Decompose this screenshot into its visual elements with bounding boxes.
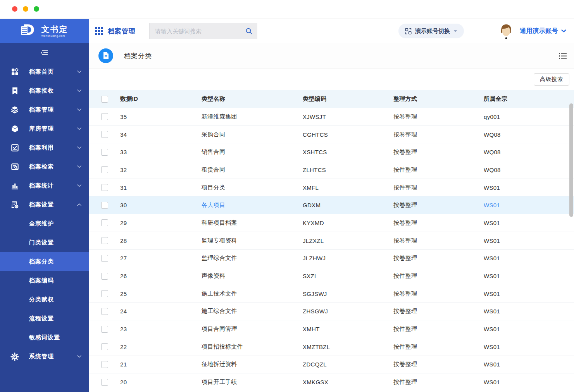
row-checkbox-cell <box>89 379 120 386</box>
fonds-link[interactable]: WS01 <box>484 202 574 208</box>
fonds: WS01 <box>484 184 574 191</box>
row-checkbox[interactable] <box>101 184 108 191</box>
row-checkbox-cell <box>89 326 120 333</box>
type-code: CGHTCS <box>303 131 393 138</box>
table-row[interactable]: 32租赁合同ZLHTCS按件整理WQ08 <box>89 161 574 179</box>
type-code: SXZL <box>303 273 393 279</box>
table-row[interactable]: 24施工综合文件ZHSGWJ按卷整理WS01 <box>89 303 574 321</box>
type-name: 新疆维森集团 <box>202 113 303 120</box>
sidebar-item[interactable]: 档案设置 <box>0 195 89 214</box>
account-menu[interactable]: 通用演示账号 <box>520 27 566 35</box>
checklist-icon <box>10 144 19 152</box>
type-name: 监理专项资料 <box>202 237 303 244</box>
sidebar-nav: 档案首页档案接收档案管理库房管理档案利用档案检索档案统计档案设置全宗维护门类设置… <box>0 62 89 366</box>
account-switch-icon <box>405 28 412 34</box>
row-checkbox[interactable] <box>101 255 108 262</box>
table-row[interactable]: 33销售合同XSHTCS按卷整理WQ08 <box>89 143 574 161</box>
row-checkbox[interactable] <box>101 202 108 209</box>
table-row[interactable]: 23项目合同管理XMHT按件整理WS01 <box>89 320 574 338</box>
table-row[interactable]: 25施工技术文件SGJSWJ按卷整理WS01 <box>89 285 574 303</box>
row-id: 24 <box>120 308 202 315</box>
list-view-button[interactable] <box>558 52 574 60</box>
row-checkbox[interactable] <box>101 273 108 280</box>
table-row[interactable]: 22项目招投标文件XMZTBZL按件整理WS01 <box>89 338 574 356</box>
table-row[interactable]: 31项目分类XMFL按件整理WS01 <box>89 179 574 197</box>
row-checkbox-cell <box>89 290 120 297</box>
demo-account-switch-button[interactable]: 演示账号切换 <box>398 24 464 38</box>
window-zoom-button[interactable] <box>34 6 39 12</box>
main-content: 高级搜索 数据ID类型名称类型编码整理方式所属全宗 35新疆维森集团XJWSJT… <box>89 69 574 392</box>
window-close-button[interactable] <box>12 6 17 12</box>
sidebar-subitem[interactable]: 门类设置 <box>0 233 89 252</box>
row-checkbox[interactable] <box>101 343 108 350</box>
select-all-checkbox[interactable] <box>101 96 108 103</box>
home-grid-icon <box>10 68 19 76</box>
sidebar-subitem[interactable]: 全宗维护 <box>0 214 89 233</box>
row-checkbox[interactable] <box>101 219 108 226</box>
sidebar-item[interactable]: 库房管理 <box>0 119 89 138</box>
fonds: WQ08 <box>484 167 574 173</box>
table-row[interactable]: 29科研项目档案KYXMD按卷整理WS01 <box>89 214 574 232</box>
sidebar-subitem[interactable]: 分类赋权 <box>0 290 89 309</box>
row-checkbox[interactable] <box>101 131 108 138</box>
gear-icon <box>10 352 19 361</box>
chevron-down-icon <box>77 70 81 73</box>
row-checkbox[interactable] <box>101 113 108 120</box>
type-code: JLZHWJ <box>303 255 393 261</box>
chevron-down-icon <box>77 127 81 130</box>
type-name-link[interactable]: 各大项目 <box>202 201 303 209</box>
column-header: 数据ID <box>120 95 202 103</box>
sidebar-fold-button[interactable] <box>0 43 89 62</box>
row-id: 30 <box>120 202 202 208</box>
sidebar-item[interactable]: 档案统计 <box>0 176 89 195</box>
advanced-search-button[interactable]: 高级搜索 <box>534 73 569 86</box>
sidebar-item[interactable]: 系统管理 <box>0 347 89 366</box>
type-name: 项目开工手续 <box>202 378 303 386</box>
row-checkbox-cell <box>89 219 120 226</box>
row-checkbox[interactable] <box>101 149 108 156</box>
row-checkbox-cell <box>89 202 120 209</box>
row-checkbox-cell <box>89 255 120 262</box>
sidebar-subitem[interactable]: 流程设置 <box>0 309 89 328</box>
apps-grid-icon[interactable] <box>95 27 103 35</box>
row-checkbox[interactable] <box>101 237 108 244</box>
row-checkbox[interactable] <box>101 379 108 386</box>
vertical-scrollbar[interactable] <box>569 103 573 217</box>
sidebar-item[interactable]: 档案首页 <box>0 62 89 81</box>
row-checkbox-cell <box>89 113 120 120</box>
sidebar-item-label: 档案利用 <box>29 144 54 151</box>
table-row[interactable]: 20项目开工手续XMKGSX按件整理WS01 <box>89 373 574 391</box>
row-checkbox[interactable] <box>101 290 108 297</box>
fonds: WS01 <box>484 379 574 385</box>
table-row[interactable]: 27监理综合文件JLZHWJ按卷整理WS01 <box>89 250 574 268</box>
sidebar-subitem[interactable]: 档案编码 <box>0 271 89 290</box>
table-row[interactable]: 28监理专项资料JLZXZL按卷整理WS01 <box>89 232 574 250</box>
sidebar-item[interactable]: 档案利用 <box>0 138 89 157</box>
row-checkbox[interactable] <box>101 166 108 173</box>
sidebar-subitem[interactable]: 敏感词设置 <box>0 328 89 347</box>
row-checkbox[interactable] <box>101 326 108 333</box>
sidebar-subitem[interactable]: 档案分类 <box>0 252 89 271</box>
row-checkbox[interactable] <box>101 308 108 315</box>
sidebar-item[interactable]: 档案管理 <box>0 100 89 119</box>
method: 按卷整理 <box>393 131 484 138</box>
user-avatar[interactable] <box>499 23 514 39</box>
search-icon[interactable] <box>245 28 253 35</box>
table-row[interactable]: 21征地拆迁资料ZDCQZL按卷整理WS01 <box>89 356 574 374</box>
brand-logo[interactable]: D 文书定 Wenshuding.com <box>0 19 89 43</box>
row-checkbox[interactable] <box>101 361 108 368</box>
sidebar-item[interactable]: 档案检索 <box>0 157 89 176</box>
table-row[interactable]: 35新疆维森集团XJWSJT按卷整理qy001 <box>89 108 574 126</box>
sidebar-item[interactable]: 档案接收 <box>0 81 89 100</box>
search-input[interactable] <box>154 28 245 35</box>
sidebar-item-label: 档案管理 <box>29 106 54 113</box>
method: 按卷整理 <box>393 219 484 227</box>
table-row[interactable]: 26声像资料SXZL按件整理WS01 <box>89 267 574 285</box>
window-minimize-button[interactable] <box>23 6 28 12</box>
sidebar-item-label: 档案接收 <box>29 87 54 95</box>
table-row[interactable]: 30各大项目GDXM按卷整理WS01 <box>89 196 574 214</box>
method: 按件整理 <box>393 325 484 333</box>
select-all-cell <box>89 96 120 103</box>
table-row[interactable]: 34采购合同CGHTCS按卷整理WQ08 <box>89 126 574 144</box>
account-name: 通用演示账号 <box>520 27 558 35</box>
